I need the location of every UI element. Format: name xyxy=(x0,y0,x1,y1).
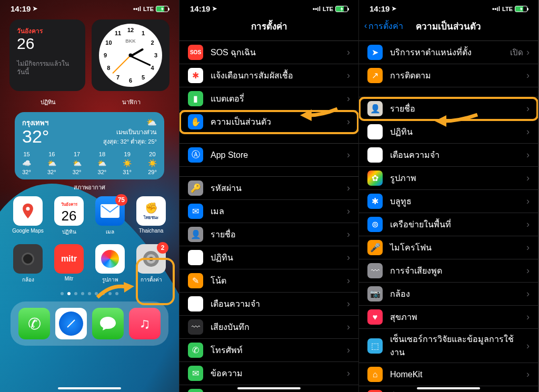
forecast-temp: 29° xyxy=(148,169,157,175)
clock-widget[interactable]: BKK /*ticks drawn below via JS is heavie… xyxy=(92,19,169,91)
weather-forecast: 15 ☁️ 32° 16 ⛅ 32° 17 ⛅ 32° 18 ⛅ 32° 19 … xyxy=(22,151,157,175)
app-settings[interactable]: 2 การตั้งค่า xyxy=(135,244,167,284)
row-icon: 〰 xyxy=(188,319,203,335)
row-label: แจ้งเตือนการสัมผัสเชื้อ xyxy=(211,69,347,82)
row-label: โทรศัพท์ xyxy=(211,344,347,357)
settings-row[interactable]: SOS SOS ฉุกเฉิน › xyxy=(179,41,358,64)
row-icon: SOS xyxy=(188,45,203,60)
row-label: รหัสผ่าน xyxy=(211,182,347,195)
row-icon: ➤ xyxy=(367,45,383,60)
widget-label-calendar: ปฏิทิน xyxy=(9,97,86,107)
row-icon: ☷ xyxy=(367,124,383,139)
row-icon: ✎ xyxy=(188,273,203,288)
settings-row[interactable]: ✆ โทรศัพท์ › xyxy=(179,339,358,362)
settings-row[interactable]: ✱ แจ้งเตือนการสัมผัสเชื้อ › xyxy=(179,64,358,87)
row-label: เมล xyxy=(211,205,347,218)
clock-numeral: 7 xyxy=(116,74,119,81)
privacy-list[interactable]: ➤ บริการหาตำแหน่งที่ตั้ง เปิด › ↗ การติด… xyxy=(359,41,538,392)
app-calendar[interactable]: วันอังคาร26 ปฏิทิน xyxy=(53,196,85,236)
settings-list[interactable]: SOS SOS ฉุกเฉิน › ✱ แจ้งเตือนการสัมผัสเช… xyxy=(179,41,358,392)
calendar-empty-msg: ไม่มีกิจกรรมแล้วใน วันนี้ xyxy=(17,60,78,76)
settings-row[interactable]: ✉ เมล › xyxy=(179,200,358,223)
settings-row[interactable]: ✿ รูปภาพ › xyxy=(359,167,538,190)
forecast-time: 15 xyxy=(22,151,31,157)
settings-row[interactable]: 🔑 รหัสผ่าน › xyxy=(179,177,358,200)
status-bar: 14:19 ➤ ••ıl LTE xyxy=(179,0,358,15)
settings-row[interactable]: ↗ การติดตาม › xyxy=(359,64,538,87)
forecast-icon: ⛅ xyxy=(73,159,82,167)
app-messages[interactable] xyxy=(92,308,124,339)
settings-row[interactable]: ⊚ เครือข่ายในพื้นที่ › xyxy=(359,213,538,236)
row-icon: ✆ xyxy=(188,343,203,358)
forecast-time: 17 xyxy=(73,151,82,157)
battery-icon xyxy=(156,6,168,12)
settings-row[interactable]: ♥ สุขภาพ › xyxy=(359,306,538,329)
settings-row[interactable]: ☰ เตือนความจำ › xyxy=(179,293,358,316)
status-time: 14:19 xyxy=(190,4,210,13)
clock-pin xyxy=(129,54,133,57)
minute-hand xyxy=(130,55,151,66)
chevron-right-icon: › xyxy=(526,369,530,380)
settings-row[interactable]: 📷 กล้อง › xyxy=(359,283,538,306)
app-mail[interactable]: 75 เมล xyxy=(94,196,126,236)
row-value: เปิด xyxy=(510,46,523,59)
row-label: บริการหาตำแหน่งที่ตั้ง xyxy=(390,46,510,59)
row-icon: ♫ xyxy=(367,390,383,392)
row-icon: ✉ xyxy=(188,366,203,381)
forecast-hour: 18 ⛅ 32° xyxy=(97,151,106,175)
chevron-right-icon: › xyxy=(526,103,530,114)
settings-row[interactable]: ☰ เตือนความจำ › xyxy=(359,144,538,167)
chevron-right-icon: › xyxy=(347,368,350,379)
app-camera[interactable]: กล้อง xyxy=(12,244,44,284)
settings-row[interactable]: ➤ บริการหาตำแหน่งที่ตั้ง เปิด › xyxy=(359,41,538,64)
back-button[interactable]: ‹ การตั้งค่า xyxy=(364,19,403,33)
settings-row[interactable]: ✱ บลูทูธ › xyxy=(359,190,538,213)
row-label: การติดตาม xyxy=(390,69,526,82)
app-row-1: Google Maps วันอังคาร26 ปฏิทิน 75 เมล ✊ไ… xyxy=(5,192,174,240)
settings-row[interactable]: 〰 การจำเสียงพูด › xyxy=(359,259,538,283)
settings-row[interactable]: ⬚ เซ็นเซอร์การวิจัยและข้อมูลการใช้งาน › xyxy=(359,329,538,363)
forecast-icon: ⛅ xyxy=(47,159,56,167)
forecast-time: 16 xyxy=(47,151,56,157)
forecast-time: 20 xyxy=(148,151,157,157)
home-indicator[interactable] xyxy=(417,387,480,389)
app-photos[interactable]: รูปภาพ xyxy=(94,244,126,284)
clock-numeral: 2 xyxy=(151,39,154,46)
app-google-maps[interactable]: Google Maps xyxy=(12,196,44,236)
settings-row[interactable]: ✉ ข้อความ › xyxy=(179,362,358,385)
network-label: LTE xyxy=(323,6,333,12)
app-thaichana[interactable]: ✊ไทยชนะ Thaichana xyxy=(135,196,167,236)
clock-numeral: 4 xyxy=(151,65,154,71)
status-time: 14:19 xyxy=(370,4,390,13)
calendar-widget[interactable]: วันอังคาร 26 ไม่มีกิจกรรมแล้วใน วันนี้ xyxy=(9,19,85,91)
settings-row[interactable]: 〰 เสียงบันทึก › xyxy=(179,316,358,339)
settings-row[interactable]: ☷ ปฏิทิน › xyxy=(179,246,358,269)
app-music[interactable]: ♫ xyxy=(128,308,161,339)
badge: 2 xyxy=(157,242,168,254)
settings-row[interactable]: ⌂ HomeKit › xyxy=(359,363,538,386)
clock-numeral: 8 xyxy=(107,65,110,71)
signal-icon: ••ıl xyxy=(492,5,500,13)
row-icon: ⌂ xyxy=(367,367,383,382)
home-indicator[interactable] xyxy=(58,387,121,389)
settings-row[interactable]: ✎ โน้ต › xyxy=(179,269,358,293)
app-row-2: กล้อง mitr Mitr รูปภาพ 2 การตั้งค่า xyxy=(5,240,174,288)
settings-row[interactable]: 🎤 ไมโครโฟน › xyxy=(359,236,538,259)
clock-numeral: 10 xyxy=(105,39,112,46)
chevron-right-icon: › xyxy=(526,311,530,323)
page-dots[interactable] xyxy=(5,288,174,299)
app-mitr[interactable]: mitr Mitr xyxy=(53,244,85,284)
home-indicator[interactable] xyxy=(237,387,301,389)
second-hand xyxy=(113,55,131,74)
app-safari[interactable] xyxy=(55,308,87,339)
row-label: เครือข่ายในพื้นที่ xyxy=(390,218,526,231)
network-label: LTE xyxy=(502,6,513,12)
settings-row[interactable]: 👤 รายชื่อ › xyxy=(179,223,358,246)
settings-row[interactable]: Ⓐ App Store › xyxy=(179,144,358,167)
row-label: บลูทูธ xyxy=(390,195,526,208)
row-icon: ↗ xyxy=(367,68,383,83)
page-title: ความเป็นส่วนตัว xyxy=(416,19,481,33)
app-phone[interactable]: ✆ xyxy=(18,308,51,339)
weather-widget[interactable]: กรุงเทพฯ 32° ⛅ เมฆเป็นบางส่วน สูงสุด: 32… xyxy=(15,112,164,179)
row-icon: 👤 xyxy=(188,227,203,242)
